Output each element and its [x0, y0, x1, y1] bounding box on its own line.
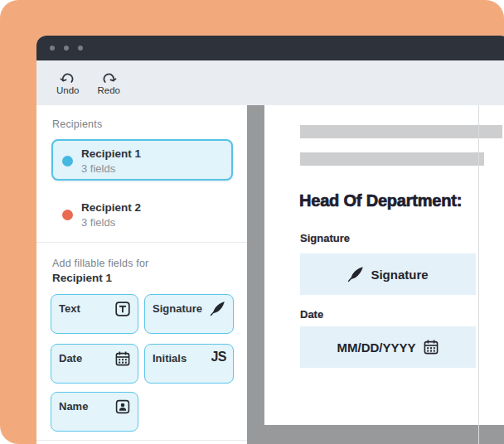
window-control-dot[interactable] — [64, 46, 69, 51]
window-titlebar — [36, 36, 504, 60]
field-button-label: Name — [59, 400, 88, 413]
sidebar-divider — [36, 242, 247, 243]
undo-arrow-icon — [60, 70, 75, 84]
add-text-field-button[interactable]: Text — [51, 294, 138, 334]
add-fields-recipient-name: Recipient 1 — [52, 272, 112, 284]
feather-icon — [210, 301, 226, 317]
window-control-dot[interactable] — [78, 46, 83, 51]
recipient-item-1[interactable]: Recipient 1 3 fields — [51, 139, 233, 181]
field-button-label: Text — [59, 302, 80, 315]
date-input-field[interactable]: MM/DD/YYYY — [300, 326, 476, 368]
document-heading: Head Of Department: — [299, 191, 462, 210]
page-scroll-divider-line — [478, 105, 479, 444]
recipient-fields-count: 3 fields — [81, 162, 115, 175]
feather-icon — [347, 266, 364, 282]
redo-arrow-icon — [101, 70, 117, 84]
recipient-name: Recipient 1 — [81, 147, 141, 160]
add-signature-field-button[interactable]: Signature — [144, 294, 234, 334]
recipient-1-color-dot — [62, 156, 73, 166]
window-body: Recipients Recipient 1 3 fields Recipien… — [36, 105, 504, 444]
window-control-dot[interactable] — [50, 46, 55, 51]
document-canvas: Head Of Department: Signature Signature … — [247, 105, 504, 444]
text-placeholder-bar — [300, 152, 484, 166]
field-button-label: Initials — [153, 352, 187, 364]
screenshot-stage: Undo Redo Recipients Recipi — [0, 0, 504, 444]
signature-placeholder-text: Signature — [371, 268, 428, 282]
add-name-field-button[interactable]: Name — [51, 392, 138, 432]
editor-window: Undo Redo Recipients Recipi — [36, 36, 504, 444]
field-button-label: Date — [59, 352, 82, 364]
sidebar: Recipients Recipient 1 3 fields Recipien… — [36, 105, 247, 444]
redo-label: Redo — [98, 85, 121, 95]
id-card-icon — [114, 398, 131, 415]
recipient-name: Recipient 2 — [81, 201, 141, 214]
calendar-icon — [423, 339, 439, 355]
document-page: Head Of Department: Signature Signature … — [264, 105, 504, 425]
toolbar: Undo Redo — [36, 60, 504, 105]
signature-field-label: Signature — [300, 232, 350, 244]
date-field-label: Date — [300, 308, 323, 321]
add-fields-label: Add fillable fields for — [52, 258, 148, 269]
text-icon — [114, 301, 131, 317]
field-button-label: Signature — [153, 302, 202, 315]
undo-button[interactable]: Undo — [56, 70, 80, 95]
initials-icon: JS — [211, 350, 226, 364]
recipient-item-2[interactable]: Recipient 2 3 fields — [51, 193, 233, 234]
recipients-section-label: Recipients — [52, 118, 102, 130]
undo-label: Undo — [56, 85, 80, 95]
redo-button[interactable]: Redo — [98, 70, 121, 95]
recipient-fields-count: 3 fields — [81, 216, 115, 229]
text-placeholder-bar — [300, 125, 502, 138]
add-date-field-button[interactable]: Date — [51, 344, 138, 384]
calendar-icon — [114, 350, 131, 367]
date-placeholder-text: MM/DD/YYYY — [337, 340, 415, 355]
recipient-2-color-dot — [62, 210, 73, 220]
signature-input-field[interactable]: Signature — [300, 253, 476, 295]
sidebar-bottom-divider — [36, 440, 247, 441]
add-initials-field-button[interactable]: Initials JS — [144, 344, 234, 384]
